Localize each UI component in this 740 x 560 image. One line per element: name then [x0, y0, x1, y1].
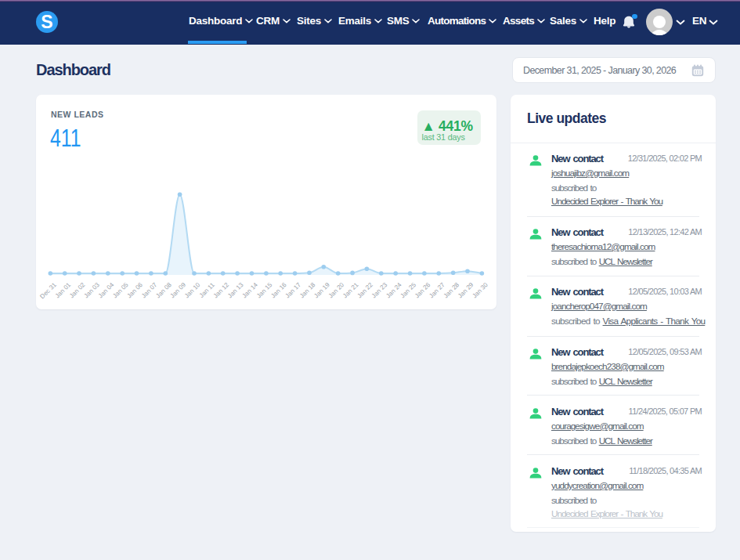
svg-text:Jan 30: Jan 30: [471, 281, 489, 300]
svg-text:Dec 31: Dec 31: [38, 281, 58, 301]
svg-text:Jan 10: Jan 10: [183, 281, 202, 300]
